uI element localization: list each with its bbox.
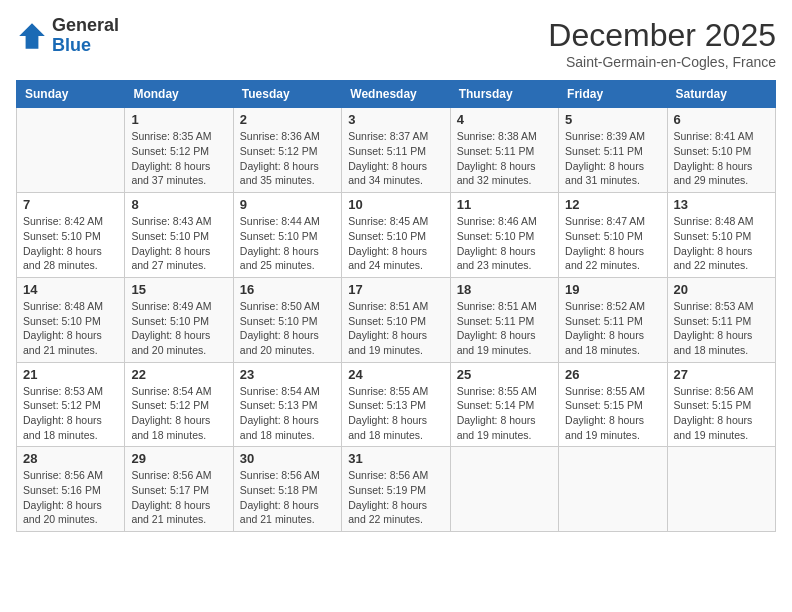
page-header: General Blue December 2025 Saint-Germain… [16, 16, 776, 70]
day-number: 27 [674, 367, 769, 382]
day-info: Sunrise: 8:43 AMSunset: 5:10 PMDaylight:… [131, 214, 226, 273]
logo-icon [16, 20, 48, 52]
day-number: 22 [131, 367, 226, 382]
day-number: 20 [674, 282, 769, 297]
calendar-cell: 15Sunrise: 8:49 AMSunset: 5:10 PMDayligh… [125, 277, 233, 362]
calendar-cell: 1Sunrise: 8:35 AMSunset: 5:12 PMDaylight… [125, 108, 233, 193]
calendar-cell: 19Sunrise: 8:52 AMSunset: 5:11 PMDayligh… [559, 277, 667, 362]
weekday-header: Tuesday [233, 81, 341, 108]
day-number: 23 [240, 367, 335, 382]
svg-marker-0 [19, 23, 45, 49]
day-number: 1 [131, 112, 226, 127]
day-number: 2 [240, 112, 335, 127]
day-info: Sunrise: 8:48 AMSunset: 5:10 PMDaylight:… [674, 214, 769, 273]
day-info: Sunrise: 8:55 AMSunset: 5:14 PMDaylight:… [457, 384, 552, 443]
day-number: 10 [348, 197, 443, 212]
day-info: Sunrise: 8:56 AMSunset: 5:19 PMDaylight:… [348, 468, 443, 527]
calendar-cell: 10Sunrise: 8:45 AMSunset: 5:10 PMDayligh… [342, 193, 450, 278]
calendar-cell: 26Sunrise: 8:55 AMSunset: 5:15 PMDayligh… [559, 362, 667, 447]
calendar-week-row: 14Sunrise: 8:48 AMSunset: 5:10 PMDayligh… [17, 277, 776, 362]
title-area: December 2025 Saint-Germain-en-Cogles, F… [548, 16, 776, 70]
calendar-header: SundayMondayTuesdayWednesdayThursdayFrid… [17, 81, 776, 108]
day-number: 17 [348, 282, 443, 297]
calendar-cell: 20Sunrise: 8:53 AMSunset: 5:11 PMDayligh… [667, 277, 775, 362]
day-number: 18 [457, 282, 552, 297]
day-number: 14 [23, 282, 118, 297]
day-number: 3 [348, 112, 443, 127]
calendar-cell [17, 108, 125, 193]
day-number: 31 [348, 451, 443, 466]
calendar-cell: 6Sunrise: 8:41 AMSunset: 5:10 PMDaylight… [667, 108, 775, 193]
calendar-title: December 2025 [548, 16, 776, 54]
day-info: Sunrise: 8:45 AMSunset: 5:10 PMDaylight:… [348, 214, 443, 273]
day-number: 29 [131, 451, 226, 466]
day-number: 5 [565, 112, 660, 127]
day-number: 25 [457, 367, 552, 382]
day-info: Sunrise: 8:56 AMSunset: 5:16 PMDaylight:… [23, 468, 118, 527]
calendar-cell: 3Sunrise: 8:37 AMSunset: 5:11 PMDaylight… [342, 108, 450, 193]
day-info: Sunrise: 8:44 AMSunset: 5:10 PMDaylight:… [240, 214, 335, 273]
day-info: Sunrise: 8:56 AMSunset: 5:17 PMDaylight:… [131, 468, 226, 527]
day-number: 9 [240, 197, 335, 212]
calendar-week-row: 1Sunrise: 8:35 AMSunset: 5:12 PMDaylight… [17, 108, 776, 193]
day-info: Sunrise: 8:42 AMSunset: 5:10 PMDaylight:… [23, 214, 118, 273]
day-info: Sunrise: 8:53 AMSunset: 5:12 PMDaylight:… [23, 384, 118, 443]
day-info: Sunrise: 8:47 AMSunset: 5:10 PMDaylight:… [565, 214, 660, 273]
logo-blue: Blue [52, 36, 119, 56]
calendar-cell: 16Sunrise: 8:50 AMSunset: 5:10 PMDayligh… [233, 277, 341, 362]
day-number: 7 [23, 197, 118, 212]
day-info: Sunrise: 8:56 AMSunset: 5:18 PMDaylight:… [240, 468, 335, 527]
calendar-cell: 30Sunrise: 8:56 AMSunset: 5:18 PMDayligh… [233, 447, 341, 532]
calendar-cell: 27Sunrise: 8:56 AMSunset: 5:15 PMDayligh… [667, 362, 775, 447]
day-info: Sunrise: 8:49 AMSunset: 5:10 PMDaylight:… [131, 299, 226, 358]
day-number: 15 [131, 282, 226, 297]
day-info: Sunrise: 8:55 AMSunset: 5:13 PMDaylight:… [348, 384, 443, 443]
calendar-week-row: 28Sunrise: 8:56 AMSunset: 5:16 PMDayligh… [17, 447, 776, 532]
day-info: Sunrise: 8:35 AMSunset: 5:12 PMDaylight:… [131, 129, 226, 188]
day-info: Sunrise: 8:39 AMSunset: 5:11 PMDaylight:… [565, 129, 660, 188]
day-info: Sunrise: 8:51 AMSunset: 5:10 PMDaylight:… [348, 299, 443, 358]
day-info: Sunrise: 8:37 AMSunset: 5:11 PMDaylight:… [348, 129, 443, 188]
weekday-header: Wednesday [342, 81, 450, 108]
day-number: 11 [457, 197, 552, 212]
calendar-cell: 9Sunrise: 8:44 AMSunset: 5:10 PMDaylight… [233, 193, 341, 278]
calendar-table: SundayMondayTuesdayWednesdayThursdayFrid… [16, 80, 776, 532]
day-number: 12 [565, 197, 660, 212]
day-number: 8 [131, 197, 226, 212]
calendar-cell [559, 447, 667, 532]
day-number: 6 [674, 112, 769, 127]
calendar-cell: 23Sunrise: 8:54 AMSunset: 5:13 PMDayligh… [233, 362, 341, 447]
logo: General Blue [16, 16, 119, 56]
weekday-header: Monday [125, 81, 233, 108]
day-number: 19 [565, 282, 660, 297]
logo-general: General [52, 16, 119, 36]
calendar-cell: 31Sunrise: 8:56 AMSunset: 5:19 PMDayligh… [342, 447, 450, 532]
day-info: Sunrise: 8:56 AMSunset: 5:15 PMDaylight:… [674, 384, 769, 443]
calendar-cell: 22Sunrise: 8:54 AMSunset: 5:12 PMDayligh… [125, 362, 233, 447]
calendar-cell: 14Sunrise: 8:48 AMSunset: 5:10 PMDayligh… [17, 277, 125, 362]
calendar-week-row: 7Sunrise: 8:42 AMSunset: 5:10 PMDaylight… [17, 193, 776, 278]
header-row: SundayMondayTuesdayWednesdayThursdayFrid… [17, 81, 776, 108]
day-info: Sunrise: 8:48 AMSunset: 5:10 PMDaylight:… [23, 299, 118, 358]
day-info: Sunrise: 8:41 AMSunset: 5:10 PMDaylight:… [674, 129, 769, 188]
day-info: Sunrise: 8:54 AMSunset: 5:12 PMDaylight:… [131, 384, 226, 443]
weekday-header: Thursday [450, 81, 558, 108]
day-info: Sunrise: 8:38 AMSunset: 5:11 PMDaylight:… [457, 129, 552, 188]
calendar-cell: 11Sunrise: 8:46 AMSunset: 5:10 PMDayligh… [450, 193, 558, 278]
calendar-cell [450, 447, 558, 532]
weekday-header: Friday [559, 81, 667, 108]
day-number: 24 [348, 367, 443, 382]
day-number: 28 [23, 451, 118, 466]
weekday-header: Sunday [17, 81, 125, 108]
day-info: Sunrise: 8:55 AMSunset: 5:15 PMDaylight:… [565, 384, 660, 443]
day-number: 4 [457, 112, 552, 127]
day-number: 26 [565, 367, 660, 382]
calendar-cell: 4Sunrise: 8:38 AMSunset: 5:11 PMDaylight… [450, 108, 558, 193]
day-info: Sunrise: 8:36 AMSunset: 5:12 PMDaylight:… [240, 129, 335, 188]
calendar-cell: 28Sunrise: 8:56 AMSunset: 5:16 PMDayligh… [17, 447, 125, 532]
calendar-cell: 2Sunrise: 8:36 AMSunset: 5:12 PMDaylight… [233, 108, 341, 193]
logo-text: General Blue [52, 16, 119, 56]
calendar-cell: 17Sunrise: 8:51 AMSunset: 5:10 PMDayligh… [342, 277, 450, 362]
day-info: Sunrise: 8:51 AMSunset: 5:11 PMDaylight:… [457, 299, 552, 358]
calendar-cell: 29Sunrise: 8:56 AMSunset: 5:17 PMDayligh… [125, 447, 233, 532]
